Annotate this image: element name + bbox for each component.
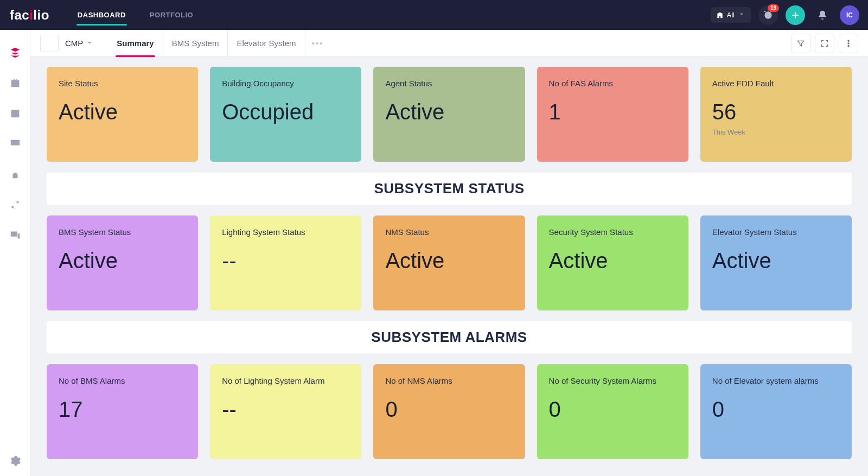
tab-summary[interactable]: Summary (108, 30, 162, 56)
metric-card-value: -- (222, 250, 349, 271)
dashboard-tabs: Summary BMS System Elevator System ••• (108, 30, 330, 56)
metric-card[interactable]: No of FAS Alarms1 (537, 67, 688, 162)
metric-card-value: Active (59, 101, 186, 123)
nav-dashboard-label: DASHBOARD (78, 11, 126, 19)
expand-icon (820, 39, 829, 48)
metric-card-title: NMS Status (385, 227, 513, 237)
user-avatar[interactable]: IC (840, 5, 859, 25)
presentation-icon (9, 138, 21, 150)
metric-card-value: Active (549, 250, 676, 271)
metric-card[interactable]: BMS System StatusActive (47, 215, 198, 310)
metric-card-value: 1 (549, 101, 676, 123)
tab-bms[interactable]: BMS System (163, 30, 228, 56)
metric-card[interactable]: Active FDD Fault56This Week (700, 67, 852, 162)
metric-card-value: 0 (549, 398, 676, 420)
dashboard-canvas[interactable]: Site StatusActiveBuilding OccupancyOccup… (30, 57, 868, 476)
tab-elevator-label: Elevator System (237, 39, 296, 48)
metric-card-sublabel: This Week (712, 128, 840, 136)
metric-card[interactable]: No of Elevator system alarms0 (700, 364, 852, 459)
app-logo: facilio (10, 8, 49, 23)
left-rail (0, 30, 30, 476)
devices-icon (9, 229, 21, 241)
metric-card-title: Site Status (59, 79, 186, 88)
metric-card[interactable]: Elevator System StatusActive (700, 215, 852, 310)
svg-point-1 (848, 42, 849, 43)
rail-item-alert[interactable] (4, 163, 26, 185)
metric-card-title: No of Lighting System Alarm (222, 376, 349, 385)
nav-portfolio[interactable]: PORTFOLIO (138, 0, 205, 30)
metric-card[interactable]: Site StatusActive (47, 67, 198, 162)
metric-card[interactable]: No of Lighting System Alarm-- (210, 364, 361, 459)
rail-item-home[interactable] (4, 42, 26, 64)
chevron-down-icon (86, 39, 93, 48)
gear-icon (9, 455, 21, 467)
notification-badge: 19 (768, 4, 779, 12)
subsystem-alarms-row: No of BMS Alarms17No of Lighting System … (47, 364, 852, 459)
bell-icon (817, 10, 828, 21)
tab-more[interactable]: ••• (305, 30, 330, 56)
metric-card[interactable]: No of NMS Alarms0 (373, 364, 525, 459)
kebab-icon (844, 39, 853, 48)
metric-card-value: 0 (385, 398, 513, 420)
metric-card-title: Security System Status (549, 227, 676, 237)
metric-card[interactable]: NMS StatusActive (373, 215, 525, 310)
dashboard-name: CMP (65, 39, 83, 48)
metric-card-title: BMS System Status (59, 227, 186, 237)
rail-item-sync[interactable] (4, 194, 26, 215)
chevron-down-icon (738, 10, 745, 20)
dashboard-selector[interactable]: CMP (65, 39, 93, 48)
metric-card-title: Building Occupancy (222, 79, 349, 88)
siren-icon (9, 168, 21, 180)
metric-card[interactable]: Lighting System Status-- (210, 215, 361, 310)
nav-dashboard[interactable]: DASHBOARD (66, 0, 138, 30)
metric-card-value: 17 (59, 398, 186, 420)
nav-portfolio-label: PORTFOLIO (150, 11, 193, 19)
svg-point-2 (848, 45, 849, 46)
avatar-initials: IC (846, 11, 853, 19)
briefcase-icon (9, 77, 21, 89)
metric-card[interactable]: Security System StatusActive (537, 215, 688, 310)
rail-item-presentation[interactable] (4, 133, 26, 155)
add-button[interactable] (786, 5, 805, 25)
tab-elevator[interactable]: Elevator System (227, 30, 304, 56)
metric-card-title: No of Elevator system alarms (712, 376, 840, 385)
scope-selector[interactable]: All (711, 7, 751, 23)
metric-card-value: Active (385, 101, 513, 123)
building-icon (716, 11, 724, 19)
sync-icon (9, 199, 21, 211)
rail-item-devices[interactable] (4, 224, 26, 246)
subsystem-status-row: BMS System StatusActiveLighting System S… (47, 215, 852, 310)
filter-button[interactable] (791, 34, 810, 53)
metric-card-title: No of FAS Alarms (549, 79, 676, 88)
metric-card[interactable]: Building OccupancyOccupied (210, 67, 361, 162)
menu-icon (45, 39, 54, 48)
rail-item-briefcase[interactable] (4, 72, 26, 94)
notifications-button[interactable] (813, 5, 832, 25)
section-subsystem-alarms: SUBSYSTEM ALARMS (47, 321, 852, 353)
tab-summary-label: Summary (117, 39, 154, 48)
metric-card-title: Elevator System Status (712, 227, 840, 237)
metric-card-title: Agent Status (385, 79, 513, 88)
tab-bms-label: BMS System (172, 39, 219, 48)
more-options-button[interactable] (839, 34, 858, 53)
fullscreen-button[interactable] (815, 34, 834, 53)
dashboard-toolbar: CMP Summary BMS System Elevator System •… (30, 30, 868, 57)
metric-card[interactable]: Agent StatusActive (373, 67, 525, 162)
rail-item-calendar[interactable] (4, 103, 26, 124)
metric-card-value: Active (385, 250, 513, 271)
filter-icon (796, 39, 805, 48)
metric-card-value: Active (59, 250, 186, 271)
primary-nav: DASHBOARD PORTFOLIO (66, 0, 205, 30)
metric-card[interactable]: No of BMS Alarms17 (47, 364, 198, 459)
metric-card-title: No of NMS Alarms (385, 376, 513, 385)
rail-item-settings[interactable] (4, 450, 26, 472)
section-subsystem-status: SUBSYSTEM STATUS (47, 173, 852, 205)
alarm-clock-button[interactable]: 19 (758, 5, 778, 25)
svg-point-0 (848, 40, 849, 41)
menu-toggle[interactable] (40, 35, 59, 52)
metric-card-value: Occupied (222, 101, 349, 123)
metric-card-title: Active FDD Fault (712, 79, 840, 88)
metric-card[interactable]: No of Security System Alarms0 (537, 364, 688, 459)
topbar-actions: All 19 IC (711, 5, 859, 25)
metric-card-title: No of BMS Alarms (59, 376, 186, 385)
